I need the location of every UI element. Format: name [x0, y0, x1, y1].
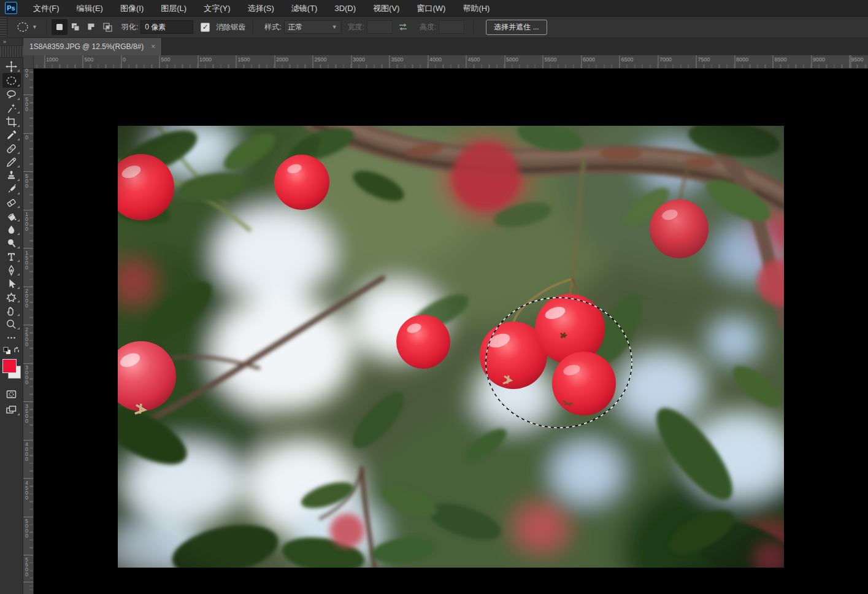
eyedropper-tool[interactable]	[2, 128, 21, 142]
h-ruler-label: 4500	[468, 56, 480, 63]
height-label: 高度:	[420, 22, 436, 33]
menu-item-3[interactable]: 图层(L)	[152, 0, 195, 17]
menu-item-10[interactable]: 帮助(H)	[454, 0, 498, 17]
h-ruler-label: 6500	[621, 56, 634, 63]
canvas-pasteboard[interactable]	[34, 69, 868, 594]
collapse-panel-button[interactable]: »	[0, 38, 23, 45]
style-value: 正常	[288, 22, 303, 33]
h-ruler-label: 5000	[506, 56, 518, 63]
feather-input[interactable]	[140, 20, 193, 34]
color-swatches	[1, 358, 22, 380]
add-to-selection-button[interactable]	[67, 19, 83, 35]
history-brush-tool[interactable]	[2, 182, 21, 196]
custom-shape-tool[interactable]	[2, 290, 21, 304]
blur-tool[interactable]	[2, 223, 21, 236]
h-ruler-label: 1500	[238, 56, 250, 63]
menu-item-8[interactable]: 视图(V)	[364, 0, 408, 17]
v-ruler-label: 3000	[25, 365, 28, 385]
photoshop-logo-icon[interactable]: Ps	[5, 2, 17, 14]
v-ruler-label: 2500	[25, 327, 28, 347]
anti-alias-checkbox[interactable]: ✓	[201, 23, 210, 32]
menu-item-7[interactable]: 3D(D)	[326, 0, 364, 17]
swap-width-height-icon[interactable]	[396, 22, 410, 32]
subtract-from-selection-button[interactable]	[83, 19, 99, 35]
feather-label: 羽化:	[121, 22, 138, 33]
document-tab[interactable]: 1S8A8359.JPG @ 12.5%(RGB/8#) ×	[23, 38, 162, 55]
crop-tool[interactable]	[2, 115, 21, 128]
anti-alias-label: 消除锯齿	[216, 22, 245, 33]
h-ruler-label: 7000	[659, 56, 672, 63]
tool-preset-picker[interactable]: ▼	[12, 19, 41, 35]
chevron-down-icon: ▼	[32, 24, 37, 30]
v-ruler-label: 500	[25, 174, 28, 188]
vertical-ruler[interactable]: 1000500050010001500200025003000350040004…	[23, 69, 34, 594]
paint-bucket-tool[interactable]	[2, 209, 21, 223]
menu-item-1[interactable]: 编辑(E)	[68, 0, 112, 17]
v-ruler-label: 5000	[25, 519, 28, 538]
chevron-down-icon: ▼	[332, 24, 337, 30]
document-tab-strip: 1S8A8359.JPG @ 12.5%(RGB/8#) ×	[23, 38, 868, 55]
h-ruler-label: 0	[123, 56, 126, 63]
h-ruler-label: 1000	[46, 56, 58, 63]
swap-colors-icon[interactable]	[15, 347, 18, 352]
menu-item-6[interactable]: 滤镜(T)	[283, 0, 326, 17]
menu-item-0[interactable]: 文件(F)	[25, 0, 68, 17]
close-tab-icon[interactable]: ×	[151, 42, 155, 51]
document-image[interactable]	[118, 126, 784, 568]
hand-tool[interactable]	[2, 304, 21, 317]
lasso-tool[interactable]	[2, 88, 21, 101]
move-tool[interactable]	[2, 60, 21, 73]
v-ruler-label: 4000	[25, 442, 28, 461]
v-ruler-label: 1000	[25, 212, 28, 231]
elliptical-marquee-icon	[16, 20, 29, 34]
h-ruler-label: 3500	[391, 56, 404, 63]
document-tab-title: 1S8A8359.JPG @ 12.5%(RGB/8#)	[29, 42, 144, 51]
menu-bar: Ps 文件(F)编辑(E)图像(I)图层(L)文字(Y)选择(S)滤镜(T)3D…	[0, 0, 868, 17]
menu-item-2[interactable]: 图像(I)	[112, 0, 152, 17]
dodge-tool[interactable]	[2, 236, 21, 250]
color-widgets	[1, 347, 22, 417]
type-tool[interactable]	[2, 250, 21, 263]
brush-tool[interactable]	[2, 155, 21, 169]
select-and-mask-button[interactable]: 选择并遮住 ...	[486, 20, 547, 35]
h-ruler-label: 500	[85, 56, 94, 63]
menu-item-9[interactable]: 窗口(W)	[408, 0, 454, 17]
path-selection-tool[interactable]	[2, 277, 21, 290]
h-ruler-label: 7500	[698, 56, 710, 63]
clone-stamp-tool[interactable]	[2, 169, 21, 182]
h-ruler-label: 9500	[851, 56, 864, 63]
h-ruler-label: 2500	[315, 56, 327, 63]
v-ruler-label: 5500	[25, 557, 28, 577]
h-ruler-label: 2000	[276, 56, 288, 63]
style-select[interactable]: 正常 ▼	[284, 20, 342, 34]
panel-grip[interactable]	[0, 45, 23, 58]
magic-wand-tool[interactable]	[2, 101, 21, 115]
horizontal-ruler[interactable]: 1000500050010001500200025003000350040004…	[23, 55, 868, 69]
edit-toolbar-button[interactable]	[2, 331, 21, 344]
foreground-color-swatch[interactable]	[2, 359, 17, 373]
new-selection-button[interactable]	[52, 19, 67, 35]
intersect-selection-button[interactable]	[99, 19, 115, 35]
screen-mode-button[interactable]	[2, 403, 21, 417]
spot-healing-brush-tool[interactable]	[2, 142, 21, 155]
quick-mask-button[interactable]	[2, 387, 21, 401]
v-ruler-label: 1500	[25, 250, 28, 270]
options-bar-grip[interactable]	[0, 17, 7, 37]
h-ruler-label: 8000	[736, 56, 748, 63]
zoom-tool[interactable]	[2, 317, 21, 331]
tool-options-bar: ▼ 羽化: ✓ 消除锯齿 样式: 正常 ▼ 宽度: 高度:	[0, 17, 868, 38]
ruler-origin-corner[interactable]	[23, 55, 34, 69]
default-colors-icon[interactable]	[4, 347, 10, 354]
pen-tool[interactable]	[2, 263, 21, 277]
menu-item-5[interactable]: 选择(S)	[239, 0, 282, 17]
photoshop-window: Ps 文件(F)编辑(E)图像(I)图层(L)文字(Y)选择(S)滤镜(T)3D…	[0, 0, 868, 594]
menu-item-4[interactable]: 文字(Y)	[195, 0, 239, 17]
v-ruler-label: 500	[25, 97, 28, 112]
eraser-tool[interactable]	[2, 196, 21, 209]
h-ruler-label: 500	[161, 56, 171, 63]
v-ruler-label: 4500	[25, 480, 28, 500]
elliptical-marquee-tool[interactable]	[2, 73, 21, 88]
h-ruler-label: 1000	[199, 56, 212, 63]
h-ruler-label: 4000	[429, 56, 442, 63]
style-label: 样式:	[264, 22, 281, 33]
